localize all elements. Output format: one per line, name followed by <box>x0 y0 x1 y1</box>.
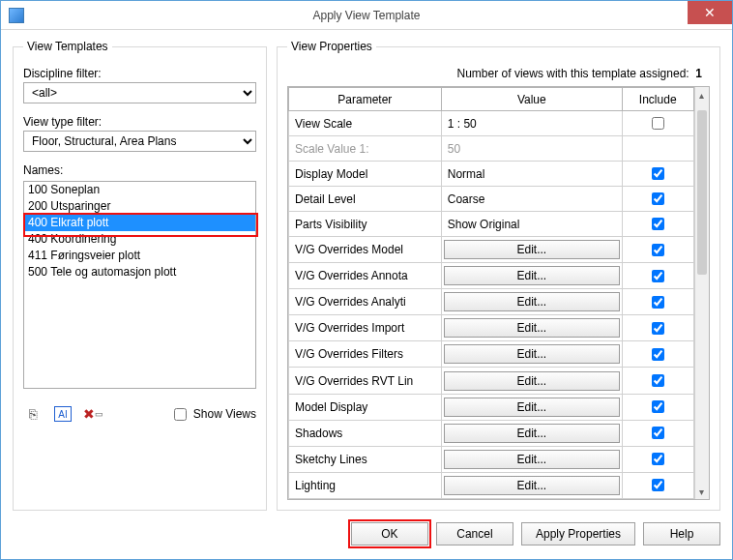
viewtype-filter-label: View type filter: <box>23 115 256 129</box>
include-checkbox[interactable] <box>652 374 664 387</box>
names-label: Names: <box>23 163 256 177</box>
include-cell[interactable] <box>622 237 693 263</box>
value-cell[interactable]: Normal <box>441 162 622 187</box>
ok-button[interactable]: OK <box>351 522 428 545</box>
assigned-count-row: Number of views with this template assig… <box>287 67 702 80</box>
viewtype-filter-combo[interactable]: Floor, Structural, Area Plans <box>23 131 256 152</box>
include-checkbox[interactable] <box>652 322 664 335</box>
parameter-cell: V/G Overrides RVT Lin <box>289 368 442 394</box>
delete-template-icon[interactable]: ✖▭ <box>83 404 103 424</box>
include-cell[interactable] <box>622 315 693 341</box>
discipline-filter-label: Discipline filter: <box>23 67 256 80</box>
edit-button[interactable]: Edit... <box>444 424 620 443</box>
scroll-up-icon[interactable]: ▴ <box>695 87 709 103</box>
edit-button[interactable]: Edit... <box>444 318 620 338</box>
scroll-down-icon[interactable]: ▾ <box>695 484 709 499</box>
duplicate-template-icon[interactable]: ⎘ <box>23 404 43 424</box>
value-cell[interactable]: Edit... <box>441 263 622 289</box>
include-checkbox[interactable] <box>652 479 664 491</box>
edit-button[interactable]: Edit... <box>444 266 620 285</box>
parameter-cell: Shadows <box>289 420 442 446</box>
window-title: Apply View Template <box>1 9 732 22</box>
dialog-footer: OK Cancel Apply Properties Help <box>1 522 732 559</box>
include-cell[interactable] <box>622 368 693 394</box>
value-cell[interactable]: Edit... <box>441 472 622 498</box>
include-checkbox[interactable] <box>652 296 664 309</box>
include-checkbox[interactable] <box>652 453 664 465</box>
close-button[interactable]: ✕ <box>688 1 732 24</box>
include-cell[interactable] <box>622 187 693 212</box>
parameter-cell: Sketchy Lines <box>289 446 442 472</box>
table-row: V/G Overrides FiltersEdit... <box>289 341 694 368</box>
dialog-window: Apply View Template ✕ View Templates Dis… <box>0 0 733 560</box>
list-item[interactable]: 100 Soneplan <box>24 182 255 198</box>
value-cell[interactable]: Edit... <box>441 394 622 420</box>
list-item[interactable]: 500 Tele og automasjon plott <box>24 264 255 280</box>
table-row: Model DisplayEdit... <box>289 394 694 420</box>
include-cell[interactable] <box>622 212 693 237</box>
parameter-cell: Parts Visibility <box>289 212 442 237</box>
apply-properties-button[interactable]: Apply Properties <box>521 522 635 545</box>
include-checkbox[interactable] <box>652 348 664 361</box>
table-row: ShadowsEdit... <box>289 420 694 446</box>
list-item[interactable]: 400 Koordinering <box>24 231 255 248</box>
edit-button[interactable]: Edit... <box>444 344 620 364</box>
names-listbox[interactable]: 100 Soneplan200 Utsparinger400 Elkraft p… <box>23 181 256 389</box>
include-checkbox[interactable] <box>652 218 664 230</box>
include-cell[interactable] <box>622 394 693 420</box>
edit-button[interactable]: Edit... <box>444 398 620 417</box>
list-item[interactable]: 200 Utsparinger <box>24 198 255 215</box>
include-cell[interactable] <box>622 420 693 446</box>
properties-grid-wrap: Parameter Value Include View Scale1 : 50… <box>287 86 710 500</box>
include-cell[interactable] <box>622 162 693 187</box>
include-checkbox[interactable] <box>652 167 664 180</box>
include-cell[interactable] <box>622 111 693 136</box>
scroll-thumb[interactable] <box>697 110 707 275</box>
value-cell[interactable]: Edit... <box>441 289 622 315</box>
value-cell[interactable]: Edit... <box>441 237 622 263</box>
parameter-cell: V/G Overrides Import <box>289 315 442 341</box>
value-cell[interactable]: Coarse <box>441 187 622 212</box>
properties-grid[interactable]: Parameter Value Include View Scale1 : 50… <box>288 87 694 499</box>
help-button[interactable]: Help <box>643 522 720 545</box>
include-cell[interactable] <box>622 446 693 472</box>
vertical-scrollbar[interactable]: ▴ ▾ <box>694 87 709 499</box>
list-item[interactable]: 411 Føringsveier plott <box>24 248 255 264</box>
include-cell[interactable] <box>622 472 693 498</box>
value-cell[interactable]: Edit... <box>441 341 622 368</box>
value-cell[interactable]: Edit... <box>441 446 622 472</box>
include-cell[interactable] <box>622 263 693 289</box>
discipline-filter-combo[interactable]: <all> <box>23 82 256 103</box>
include-checkbox[interactable] <box>652 400 664 413</box>
value-cell[interactable]: Edit... <box>441 420 622 446</box>
edit-button[interactable]: Edit... <box>444 476 620 495</box>
include-cell[interactable] <box>622 341 693 368</box>
table-row: V/G Overrides AnalytiEdit... <box>289 289 694 315</box>
include-checkbox[interactable] <box>652 244 664 256</box>
show-views-input[interactable] <box>174 408 187 421</box>
value-cell[interactable]: Edit... <box>441 368 622 394</box>
include-cell[interactable] <box>622 289 693 315</box>
edit-button[interactable]: Edit... <box>444 450 620 469</box>
column-value[interactable]: Value <box>441 88 622 111</box>
value-cell[interactable]: 1 : 50 <box>441 111 622 136</box>
include-checkbox[interactable] <box>652 117 664 130</box>
column-parameter[interactable]: Parameter <box>289 88 442 111</box>
list-item[interactable]: 400 Elkraft plott <box>24 215 255 231</box>
edit-button[interactable]: Edit... <box>444 292 620 311</box>
parameter-cell: Display Model <box>289 162 442 187</box>
include-checkbox[interactable] <box>652 270 664 282</box>
show-views-checkbox[interactable]: Show Views <box>170 405 256 424</box>
include-checkbox[interactable] <box>652 427 664 439</box>
include-checkbox[interactable] <box>652 192 664 205</box>
value-cell[interactable]: Edit... <box>441 315 622 341</box>
rename-template-icon[interactable]: AI <box>54 406 72 422</box>
table-row: View Scale1 : 50 <box>289 111 694 136</box>
table-row: Parts VisibilityShow Original <box>289 212 694 237</box>
cancel-button[interactable]: Cancel <box>436 522 513 545</box>
edit-button[interactable]: Edit... <box>444 371 620 391</box>
edit-button[interactable]: Edit... <box>444 240 620 259</box>
value-cell[interactable]: Show Original <box>441 212 622 237</box>
column-include[interactable]: Include <box>622 88 693 111</box>
show-views-label: Show Views <box>193 407 256 421</box>
